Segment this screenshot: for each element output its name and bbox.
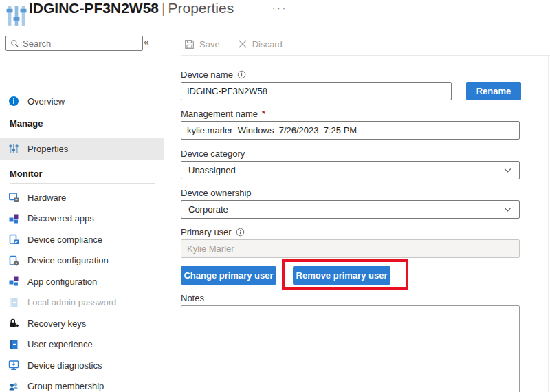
sidebar-item-recovery-keys[interactable]: Recovery keys bbox=[0, 313, 164, 334]
sidebar-item-label: Device diagnostics bbox=[28, 360, 102, 371]
sidebar-item-label: Properties bbox=[28, 144, 68, 154]
notes-label: Notes bbox=[181, 293, 204, 303]
page-title-device: IDGINC-PF3N2W58 bbox=[29, 0, 159, 16]
main-content: Save Discard Device name Rename Manageme… bbox=[181, 33, 550, 392]
change-primary-user-button[interactable]: Change primary user bbox=[181, 266, 276, 285]
primary-user-input bbox=[181, 239, 520, 258]
management-name-label: Management name * bbox=[181, 109, 265, 119]
sidebar-section-monitor: Monitor bbox=[10, 168, 43, 179]
properties-sliders-icon bbox=[5, 3, 28, 32]
discard-button[interactable]: Discard bbox=[238, 39, 283, 50]
management-name-label-text: Management name bbox=[181, 109, 258, 119]
collapse-sidebar-button[interactable]: « bbox=[144, 36, 149, 47]
remove-primary-user-button[interactable]: Remove primary user bbox=[293, 266, 390, 285]
journal-icon bbox=[8, 339, 19, 350]
sidebar-item-label: Group membership bbox=[28, 381, 104, 391]
sidebar-item-label: Overview bbox=[28, 96, 65, 107]
apps-grid-icon bbox=[8, 276, 19, 287]
page-title-separator: | bbox=[159, 0, 168, 16]
page-title-page: Properties bbox=[168, 0, 234, 16]
notes-textarea[interactable] bbox=[181, 305, 520, 392]
device-category-value: Unassigned bbox=[188, 165, 236, 175]
search-input[interactable] bbox=[23, 39, 133, 49]
primary-user-label: Primary user bbox=[181, 227, 245, 237]
sidebar-item-group-membership[interactable]: Group membership bbox=[0, 376, 164, 392]
sidebar: « Overview Manage Properties Monitor bbox=[0, 33, 164, 392]
sidebar-item-hardware[interactable]: Hardware bbox=[0, 187, 164, 208]
apps-grid-icon bbox=[8, 213, 19, 224]
sidebar-item-label: Device compliance bbox=[28, 235, 102, 245]
floppy-icon bbox=[184, 39, 195, 50]
sidebar-item-app-configuration[interactable]: App configuration bbox=[0, 271, 164, 292]
device-name-label: Device name bbox=[181, 69, 246, 80]
sidebar-item-overview[interactable]: Overview bbox=[0, 91, 164, 111]
save-button-label: Save bbox=[199, 39, 220, 50]
sidebar-item-properties[interactable]: Properties bbox=[0, 138, 164, 160]
required-marker: * bbox=[262, 109, 265, 119]
device-check-icon bbox=[8, 234, 19, 245]
hardware-icon bbox=[8, 192, 19, 203]
more-actions-button[interactable]: ··· bbox=[272, 3, 287, 13]
sidebar-item-label: Device configuration bbox=[28, 255, 109, 265]
device-name-label-text: Device name bbox=[181, 69, 233, 80]
info-outline-icon bbox=[237, 70, 246, 79]
sidebar-item-label: Discovered apps bbox=[28, 213, 94, 224]
sidebar-item-label: User experience bbox=[28, 339, 93, 349]
device-ownership-value: Corporate bbox=[188, 204, 228, 215]
sidebar-item-device-compliance[interactable]: Device compliance bbox=[0, 229, 164, 250]
sidebar-item-device-diagnostics[interactable]: Device diagnostics bbox=[0, 355, 164, 375]
chevron-down-icon bbox=[503, 166, 512, 175]
management-name-input[interactable] bbox=[181, 121, 520, 140]
sidebar-item-discovered-apps[interactable]: Discovered apps bbox=[0, 208, 164, 229]
toolbar: Save Discard bbox=[181, 33, 550, 56]
sidebar-item-local-admin-password[interactable]: Local admin password bbox=[0, 292, 164, 313]
lock-arrow-icon bbox=[8, 318, 19, 329]
page-title: IDGINC-PF3N2W58|Properties bbox=[29, 0, 234, 17]
device-gear-icon bbox=[8, 255, 19, 266]
device-name-input[interactable] bbox=[181, 82, 452, 100]
sidebar-item-label: Local admin password bbox=[28, 297, 116, 307]
primary-user-label-text: Primary user bbox=[181, 227, 232, 237]
device-ownership-select[interactable]: Corporate bbox=[181, 200, 520, 219]
sidebar-item-user-experience[interactable]: User experience bbox=[0, 334, 164, 355]
sidebar-item-label: Hardware bbox=[28, 193, 66, 203]
section-divider bbox=[10, 133, 155, 133]
close-icon bbox=[238, 39, 248, 49]
sidebar-item-device-configuration[interactable]: Device configuration bbox=[0, 250, 164, 271]
people-icon bbox=[8, 381, 19, 392]
sliders-icon bbox=[8, 143, 19, 154]
section-divider bbox=[10, 183, 155, 184]
journal-icon bbox=[8, 297, 19, 308]
search-icon bbox=[10, 39, 19, 48]
monitor-arrow-icon bbox=[8, 360, 19, 371]
rename-button[interactable]: Rename bbox=[466, 82, 521, 100]
device-category-select[interactable]: Unassigned bbox=[181, 161, 520, 179]
sidebar-item-label: App configuration bbox=[28, 276, 97, 287]
search-input-container[interactable] bbox=[6, 36, 143, 51]
device-category-label: Device category bbox=[181, 149, 245, 159]
sidebar-item-label: Recovery keys bbox=[28, 318, 86, 329]
save-button[interactable]: Save bbox=[184, 39, 220, 50]
sidebar-section-manage: Manage bbox=[10, 118, 43, 129]
info-icon bbox=[8, 96, 19, 107]
chevron-down-icon bbox=[503, 205, 512, 214]
info-outline-icon bbox=[236, 228, 245, 237]
discard-button-label: Discard bbox=[252, 39, 283, 50]
device-ownership-label: Device ownership bbox=[181, 188, 252, 198]
